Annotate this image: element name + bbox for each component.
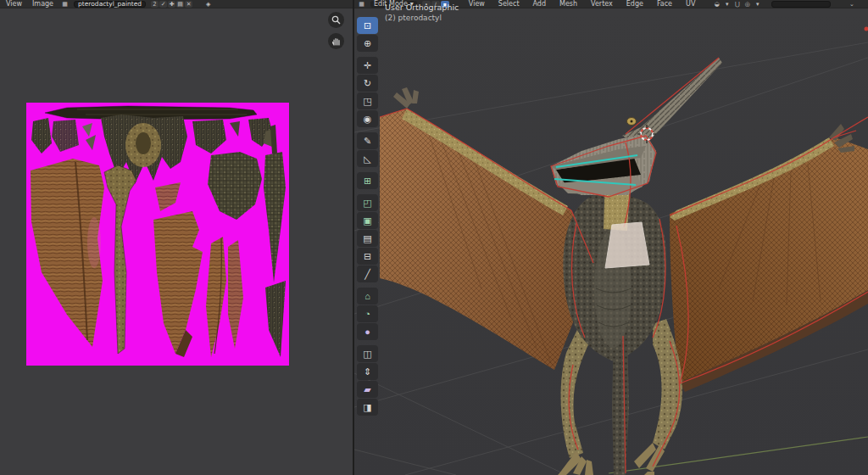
tool-shrink-fatten[interactable]: ⇕ [357, 363, 378, 380]
tool-spin[interactable]: ◔ [357, 305, 378, 322]
menu-edge[interactable]: Edge [624, 0, 646, 8]
tool-scale[interactable]: ◳ [357, 92, 378, 109]
tool-knife[interactable]: ╱ [357, 265, 378, 282]
3d-viewport: ▦ Edit Mode ▾ ∙∕▪ ViewSelectAddMeshVerte… [354, 0, 868, 475]
viewport-header-icons: ◒▾⋃◎▾ [713, 1, 761, 8]
browse-image-icon[interactable]: ▦ [61, 1, 69, 8]
tool-shelf: ⊡⊕✛↻◳◉✎◺⊞◰▣▤⊟╱⌂◔●◫⇕▰◨ [357, 17, 379, 416]
menu-face[interactable]: Face [654, 0, 675, 8]
tool-measure[interactable]: ◺ [357, 150, 378, 167]
menu-view[interactable]: View [3, 0, 25, 8]
users-count-button[interactable]: 2 [151, 1, 159, 8]
texture-atlas-image[interactable] [26, 103, 289, 366]
active-object-label: (2) pterodactyl [385, 13, 459, 23]
selected-face[interactable] [605, 222, 649, 268]
image-name-field[interactable]: pterodactyl_painted [74, 1, 146, 8]
unlink-image-icon[interactable]: ✕ [185, 1, 192, 8]
tool-add-cube[interactable]: ⊞ [357, 172, 378, 189]
tool-annotate[interactable]: ✎ [357, 132, 378, 149]
menu-view[interactable]: View [466, 0, 487, 8]
transform-orientation-icon[interactable]: ◒ [713, 1, 721, 8]
pin-icon[interactable]: ◈ [204, 1, 212, 8]
view-name-label: User Orthographic [385, 3, 459, 13]
menu-select[interactable]: Select [496, 0, 522, 8]
menu-uv[interactable]: UV [683, 0, 698, 8]
zoom-icon[interactable] [328, 12, 344, 28]
menu-vertex[interactable]: Vertex [588, 0, 615, 8]
snap-magnet-icon[interactable]: ⋃ [733, 1, 741, 8]
menu-image[interactable]: Image [30, 0, 56, 8]
tool-loop-cut[interactable]: ⊟ [357, 248, 378, 265]
texture-atlas-canvas [26, 103, 289, 366]
open-image-icon[interactable]: ▤ [176, 1, 184, 8]
new-image-icon[interactable]: ✚ [168, 1, 175, 8]
tool-poly-build[interactable]: ⌂ [357, 288, 378, 305]
tool-rip-region[interactable]: ◨ [357, 399, 378, 416]
viewport-menus: ViewSelectAddMeshVertexEdgeFaceUV [466, 0, 698, 8]
pan-icon[interactable] [328, 33, 344, 49]
proportional-falloff-icon[interactable]: ▾ [754, 1, 761, 8]
header-field[interactable] [771, 1, 831, 8]
viewport-canvas[interactable] [354, 8, 868, 475]
tool-cursor[interactable]: ⊕ [357, 35, 378, 52]
fake-user-icon[interactable]: ✓ [159, 1, 167, 8]
menu-add[interactable]: Add [531, 0, 549, 8]
tool-shear[interactable]: ▰ [357, 381, 378, 398]
uv-image-editor: ViewImage ▦ pterodactyl_painted 2 ✓ ✚ ▤ … [0, 0, 353, 475]
tool-transform[interactable]: ◉ [357, 110, 378, 127]
tool-rotate[interactable]: ↻ [357, 75, 378, 92]
tool-extrude-region[interactable]: ◰ [357, 194, 378, 211]
tool-smooth[interactable]: ● [357, 323, 378, 340]
tool-select-box[interactable]: ⊡ [357, 17, 378, 34]
image-datablock-buttons: 2 ✓ ✚ ▤ ✕ [151, 1, 192, 8]
tool-move[interactable]: ✛ [357, 57, 378, 74]
tool-edge-slide[interactable]: ◫ [357, 345, 378, 362]
snap-target-icon[interactable]: ▾ [723, 1, 731, 8]
viewport-overlay-text: User Orthographic (2) pterodactyl [385, 3, 459, 23]
proportional-editing-icon[interactable]: ◎ [743, 1, 751, 8]
editor-type-icon[interactable]: ▦ [358, 1, 365, 8]
options-icon[interactable]: ⌄ [848, 1, 855, 8]
image-nav-gizmos [328, 12, 344, 49]
scene-pterodactyl [354, 8, 868, 475]
blender-window: ViewImage ▦ pterodactyl_painted 2 ✓ ✚ ▤ … [0, 0, 868, 475]
image-editor-header: ViewImage ▦ pterodactyl_painted 2 ✓ ✚ ▤ … [0, 0, 353, 8]
tool-inset-faces[interactable]: ▣ [357, 212, 378, 229]
menu-mesh[interactable]: Mesh [557, 0, 580, 8]
tool-bevel[interactable]: ▤ [357, 230, 378, 247]
